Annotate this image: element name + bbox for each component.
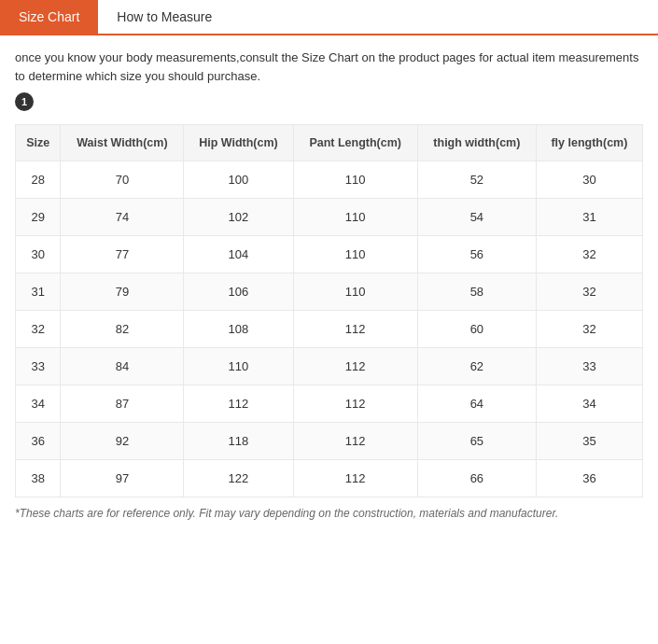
table-cell-1-1: 74 bbox=[61, 199, 184, 236]
table-row: 36921181126535 bbox=[16, 423, 643, 460]
table-cell-3-1: 79 bbox=[61, 273, 184, 311]
table-cell-3-2: 106 bbox=[184, 273, 293, 311]
col-header-pant: Pant Length(cm) bbox=[293, 125, 417, 161]
table-cell-1-2: 102 bbox=[184, 199, 293, 236]
table-cell-3-3: 110 bbox=[293, 273, 417, 311]
table-cell-4-2: 108 bbox=[184, 311, 293, 348]
table-cell-2-2: 104 bbox=[184, 236, 293, 273]
table-cell-1-0: 29 bbox=[16, 199, 61, 236]
table-cell-7-0: 36 bbox=[16, 423, 61, 460]
table-cell-8-2: 122 bbox=[184, 460, 293, 497]
table-cell-8-1: 97 bbox=[61, 460, 184, 497]
table-cell-0-3: 110 bbox=[293, 161, 417, 199]
table-cell-7-2: 118 bbox=[184, 423, 293, 460]
table-cell-0-2: 100 bbox=[184, 161, 293, 199]
table-cell-5-2: 110 bbox=[184, 348, 293, 385]
tab-bar: Size Chart How to Measure bbox=[0, 0, 658, 35]
table-cell-6-0: 34 bbox=[16, 385, 61, 423]
col-header-hip: Hip Width(cm) bbox=[184, 125, 293, 161]
table-cell-5-4: 62 bbox=[417, 348, 536, 385]
tab-how-to-measure[interactable]: How to Measure bbox=[98, 0, 231, 34]
table-cell-5-5: 33 bbox=[536, 348, 642, 385]
table-row: 28701001105230 bbox=[16, 161, 643, 199]
table-row: 30771041105632 bbox=[16, 236, 643, 273]
table-cell-0-1: 70 bbox=[61, 161, 184, 199]
table-body: 2870100110523029741021105431307710411056… bbox=[16, 161, 643, 497]
table-cell-0-4: 52 bbox=[417, 161, 536, 199]
table-row: 33841101126233 bbox=[16, 348, 643, 385]
table-row: 31791061105832 bbox=[16, 273, 643, 311]
table-cell-6-1: 87 bbox=[61, 385, 184, 423]
table-cell-2-4: 56 bbox=[417, 236, 536, 273]
table-cell-5-1: 84 bbox=[61, 348, 184, 385]
table-cell-1-3: 110 bbox=[293, 199, 417, 236]
table-cell-3-0: 31 bbox=[16, 273, 61, 311]
col-header-size: Size bbox=[16, 125, 61, 161]
table-cell-6-5: 34 bbox=[536, 385, 642, 423]
table-cell-0-5: 30 bbox=[536, 161, 642, 199]
table-cell-2-1: 77 bbox=[61, 236, 184, 273]
table-cell-5-3: 112 bbox=[293, 348, 417, 385]
table-cell-7-5: 35 bbox=[536, 423, 642, 460]
footer-note: *These charts are for reference only. Fi… bbox=[15, 507, 643, 520]
table-cell-2-3: 110 bbox=[293, 236, 417, 273]
table-cell-4-5: 32 bbox=[536, 311, 642, 348]
table-cell-7-3: 112 bbox=[293, 423, 417, 460]
size-table: Size Waist Width(cm) Hip Width(cm) Pant … bbox=[15, 124, 643, 497]
col-header-waist: Waist Width(cm) bbox=[61, 125, 184, 161]
table-cell-2-0: 30 bbox=[16, 236, 61, 273]
table-cell-3-4: 58 bbox=[417, 273, 536, 311]
table-cell-6-2: 112 bbox=[184, 385, 293, 423]
tab-size-chart[interactable]: Size Chart bbox=[0, 0, 98, 34]
table-header-row: Size Waist Width(cm) Hip Width(cm) Pant … bbox=[16, 125, 643, 161]
table-cell-8-5: 36 bbox=[536, 460, 642, 497]
table-cell-3-5: 32 bbox=[536, 273, 642, 311]
table-row: 32821081126032 bbox=[16, 311, 643, 348]
table-cell-0-0: 28 bbox=[16, 161, 61, 199]
step-badge: 1 bbox=[15, 92, 34, 111]
content-area: once you know your body measurements,con… bbox=[0, 35, 658, 529]
table-cell-6-4: 64 bbox=[417, 385, 536, 423]
table-cell-4-1: 82 bbox=[61, 311, 184, 348]
table-row: 34871121126434 bbox=[16, 385, 643, 423]
table-cell-8-4: 66 bbox=[417, 460, 536, 497]
table-cell-5-0: 33 bbox=[16, 348, 61, 385]
table-cell-6-3: 112 bbox=[293, 385, 417, 423]
table-cell-4-4: 60 bbox=[417, 311, 536, 348]
table-cell-7-1: 92 bbox=[61, 423, 184, 460]
table-cell-1-4: 54 bbox=[417, 199, 536, 236]
intro-text: once you know your body measurements,con… bbox=[15, 49, 643, 85]
table-row: 29741021105431 bbox=[16, 199, 643, 236]
col-header-thigh: thigh width(cm) bbox=[417, 125, 536, 161]
table-row: 38971221126636 bbox=[16, 460, 643, 497]
table-cell-4-3: 112 bbox=[293, 311, 417, 348]
table-header: Size Waist Width(cm) Hip Width(cm) Pant … bbox=[16, 125, 643, 161]
table-cell-1-5: 31 bbox=[536, 199, 642, 236]
table-cell-2-5: 32 bbox=[536, 236, 642, 273]
table-cell-8-3: 112 bbox=[293, 460, 417, 497]
col-header-fly: fly length(cm) bbox=[536, 125, 642, 161]
table-cell-7-4: 65 bbox=[417, 423, 536, 460]
table-cell-4-0: 32 bbox=[16, 311, 61, 348]
table-cell-8-0: 38 bbox=[16, 460, 61, 497]
